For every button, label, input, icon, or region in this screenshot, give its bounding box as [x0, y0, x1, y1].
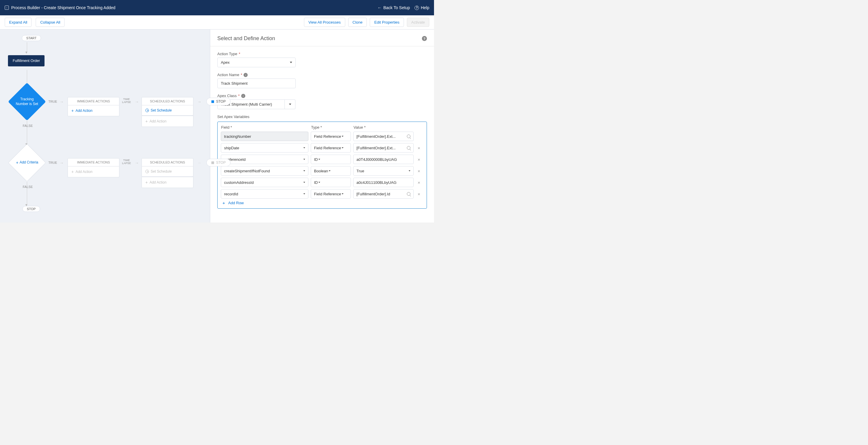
search-icon	[407, 192, 410, 196]
search-icon	[407, 135, 410, 138]
type-select[interactable]: ID	[311, 178, 351, 187]
field-select[interactable]: preferenceId	[221, 155, 308, 164]
type-select[interactable]: ID	[311, 155, 351, 164]
add-immediate-action[interactable]: + Add Action	[67, 105, 119, 116]
plus-icon: +	[145, 180, 148, 185]
field-select[interactable]: customAddressId	[221, 178, 308, 187]
back-to-setup-link[interactable]: ← Back To Setup	[377, 5, 410, 10]
activate-button: Activate	[407, 18, 429, 27]
type-select[interactable]: Boolean	[311, 166, 351, 176]
action-name-input[interactable]: Track Shipment	[217, 79, 296, 88]
value-input[interactable]: [FulfillmentOrder].Id	[353, 189, 414, 199]
chevron-down-icon	[290, 62, 292, 63]
clock-icon	[145, 170, 149, 173]
panel-help-icon[interactable]: ?	[422, 36, 427, 41]
scheduled-actions-header: SCHEDULED ACTIONS	[142, 97, 193, 105]
chevron-down-icon	[409, 170, 410, 172]
false-label: FALSE	[23, 185, 33, 188]
apex-var-row: customAddressIdIDa0c4J011100BLbyUAG×	[221, 178, 423, 187]
value-input[interactable]: [FulfillmentOrder].Ext...	[353, 143, 414, 153]
chevron-down-icon	[303, 170, 305, 172]
info-icon[interactable]: i	[241, 94, 245, 98]
plus-icon: +	[71, 108, 74, 113]
add-scheduled-action[interactable]: + Add Action	[142, 116, 193, 127]
help-link[interactable]: ? Help	[414, 5, 429, 10]
plus-icon: +	[145, 119, 148, 124]
view-all-processes-button[interactable]: View All Processes	[304, 18, 345, 27]
value-input[interactable]: [FulfillmentOrder].Ext...	[353, 131, 414, 141]
edit-properties-button[interactable]: Edit Properties	[370, 18, 404, 27]
search-icon	[407, 146, 410, 150]
set-schedule-label: Set Schedule	[151, 169, 172, 174]
action-type-label: Action Type*	[217, 52, 427, 56]
app-icon: ▫	[5, 6, 9, 10]
delete-row-button[interactable]: ×	[416, 146, 422, 150]
apex-var-row: shipDateField Reference[FulfillmentOrder…	[221, 143, 423, 153]
col-type: Type *	[311, 125, 351, 129]
type-select[interactable]: Field Reference	[311, 143, 351, 153]
set-schedule-2: Set Schedule	[142, 167, 193, 177]
chevron-down-icon	[303, 193, 305, 195]
collapse-all-button[interactable]: Collapse All	[36, 18, 65, 27]
field-select[interactable]: createShipmentIfNotFound	[221, 166, 308, 176]
immediate-actions-header: IMMEDIATE ACTIONS	[67, 158, 119, 167]
start-node: START	[22, 35, 41, 41]
field-select[interactable]: recordId	[221, 189, 308, 199]
object-node[interactable]: Fulfillment Order	[8, 55, 44, 66]
expand-all-button[interactable]: Expand All	[5, 18, 32, 27]
value-input[interactable]: a0c4J011100BLbyUAG	[353, 178, 414, 187]
apex-var-row: preferenceIdIDa0T4J000000BLbyUAG×	[221, 155, 423, 164]
add-scheduled-action-2: + Add Action	[142, 177, 193, 188]
apex-class-dropdown-button[interactable]	[285, 99, 296, 109]
add-immediate-action-2[interactable]: + Add Action	[67, 167, 119, 177]
type-select[interactable]: Field Reference	[311, 189, 351, 199]
criteria-node-tracking[interactable]: Tracking Number is Set	[8, 83, 46, 121]
type-select[interactable]: Field Reference	[311, 131, 351, 141]
chevron-down-icon	[342, 136, 343, 137]
delete-row-button[interactable]: ×	[416, 180, 422, 185]
toolbar: Expand All Collapse All View All Process…	[0, 16, 434, 30]
help-icon: ?	[414, 6, 419, 10]
time-lapse-label: TIME LAPSE	[122, 98, 131, 103]
stop-icon	[211, 100, 214, 103]
panel-title: Select and Define Action	[217, 35, 422, 41]
set-schedule[interactable]: Set Schedule	[142, 105, 193, 116]
topbar: ▫ Process Builder - Create Shipment Once…	[0, 0, 434, 16]
value-input[interactable]: True	[353, 166, 414, 176]
plus-icon: +	[71, 169, 74, 174]
stop-icon	[211, 161, 214, 164]
action-panel: Select and Define Action ? Action Type* …	[210, 30, 434, 222]
chevron-down-icon	[342, 147, 343, 148]
criteria-node-add[interactable]: +Add Criteria	[8, 144, 46, 182]
chevron-down-icon	[342, 193, 343, 195]
apex-var-row: createShipmentIfNotFoundBooleanTrue×	[221, 166, 423, 176]
plus-icon: +	[16, 160, 18, 165]
stop-node-2: STOP	[206, 159, 230, 167]
value-input[interactable]: a0T4J000000BLbyUAG	[353, 155, 414, 164]
set-schedule-label: Set Schedule	[151, 108, 172, 113]
col-value: Value *	[353, 125, 414, 129]
action-type-select[interactable]: Apex	[217, 58, 296, 67]
delete-row-button[interactable]: ×	[416, 191, 422, 197]
back-label: Back To Setup	[383, 5, 410, 10]
chevron-down-icon	[303, 159, 305, 160]
add-row-button[interactable]: + Add Row	[221, 201, 423, 205]
set-apex-vars-label: Set Apex Variables	[217, 115, 427, 119]
time-lapse-label: TIME LAPSE	[122, 159, 131, 165]
stop-label: STOP	[216, 160, 225, 165]
delete-row-button[interactable]: ×	[416, 157, 422, 162]
add-action-label: Add Action	[75, 109, 92, 113]
add-action-label: Add Action	[150, 119, 166, 123]
delete-row-button[interactable]: ×	[416, 169, 422, 174]
process-canvas[interactable]: START ▾ Fulfillment Order ▾ Tracking Num…	[0, 30, 210, 222]
back-arrow-icon: ←	[377, 5, 381, 10]
field-select[interactable]: shipDate	[221, 143, 308, 153]
add-action-label: Add Action	[75, 170, 92, 174]
help-label: Help	[421, 5, 429, 10]
true-label: TRUE	[49, 161, 57, 165]
scheduled-actions-header: SCHEDULED ACTIONS	[142, 158, 193, 167]
stop-node[interactable]: STOP	[206, 98, 230, 105]
chevron-down-icon	[318, 182, 320, 183]
info-icon[interactable]: i	[244, 73, 248, 77]
clone-button[interactable]: Clone	[348, 18, 367, 27]
